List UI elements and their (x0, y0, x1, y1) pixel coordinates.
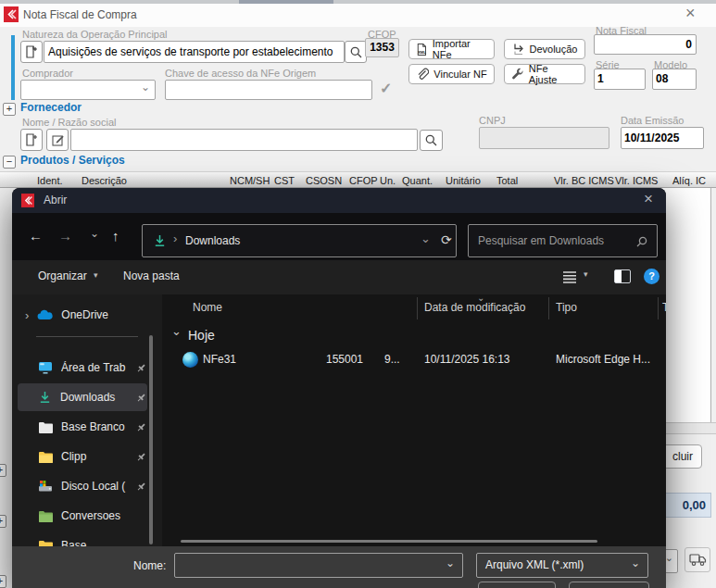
sidebar-item-label: Base Branco (61, 420, 127, 433)
produtos-section-title[interactable]: Produtos / Serviços (20, 154, 125, 167)
col-cst[interactable]: CST (274, 175, 295, 186)
desktop-icon (38, 361, 53, 374)
filetype-value: Arquivo XML (*.xml) (485, 558, 584, 571)
amount-field-partial: 0,00 (661, 493, 711, 518)
fornecedor-expander[interactable]: + (3, 103, 16, 116)
col-vlr-bc-icms[interactable]: Vlr. BC ICMS (554, 175, 614, 186)
column-separator[interactable] (548, 297, 549, 319)
filetype-select[interactable]: Arquivo XML (*.xml) ⌄ (476, 553, 648, 578)
col-ident[interactable]: Ident. (37, 175, 63, 186)
back-button[interactable]: ← (29, 229, 43, 243)
file-name: NFe31 (203, 353, 236, 366)
chevron-down-icon[interactable]: ⌄ (631, 557, 640, 569)
file-row[interactable]: NFe31 155001 9... 10/11/2025 16:13 Micro… (162, 348, 666, 372)
new-natureza-button[interactable] (20, 41, 43, 63)
fornecedor-section-title[interactable]: Fornecedor (20, 101, 82, 114)
view-dropdown-icon[interactable]: ▾ (584, 269, 588, 279)
col-total[interactable]: Total (496, 175, 518, 186)
open-button-partial[interactable] (478, 582, 556, 588)
xml-document-icon: XML (416, 43, 428, 56)
natureza-search-button[interactable] (345, 41, 367, 63)
recent-locations-chevron[interactable]: ⌄ (90, 227, 99, 240)
freight-button[interactable] (685, 547, 710, 572)
column-tipo[interactable]: Tipo (556, 301, 577, 314)
col-unitario[interactable]: Unitário (446, 175, 481, 186)
data-emissao-field[interactable]: 10/11/2025 (621, 127, 704, 149)
importar-nfe-button[interactable]: XML Importar NFe (408, 39, 495, 59)
return-arrow-icon (512, 43, 525, 56)
minus-icon: − (6, 156, 12, 167)
col-csosn[interactable]: CSOSN (306, 175, 342, 186)
organizar-menu[interactable]: Organizar (38, 269, 87, 282)
validate-check-icon[interactable]: ✓ (380, 80, 392, 97)
column-separator[interactable] (417, 297, 418, 319)
column-separator[interactable] (658, 297, 659, 319)
col-ncmsh[interactable]: NCM/SH (230, 175, 270, 186)
group-collapse-icon[interactable]: ⌄ (171, 324, 182, 338)
search-box[interactable]: Pesquisar em Downloads (468, 224, 658, 257)
data-emissao-value: 10/11/2025 (624, 131, 679, 144)
new-fornecedor-button[interactable] (20, 129, 43, 151)
address-dropdown-chevron[interactable]: ⌄ (421, 231, 431, 245)
vincular-nf-button[interactable]: Vincular NF (408, 64, 495, 84)
pin-icon (135, 362, 147, 374)
natureza-field[interactable]: Aquisições de serviços de transporte por… (44, 41, 345, 63)
up-button[interactable]: ↑ (112, 229, 119, 243)
nova-pasta-button[interactable]: Nova pasta (123, 269, 180, 282)
forward-button[interactable]: → (58, 229, 72, 243)
left-expander-partial-3[interactable]: + (0, 575, 6, 588)
sidebar-item-base-branco[interactable]: Base Branco (18, 413, 147, 441)
sidebar-item-label: Conversoes (61, 509, 147, 522)
serie-field[interactable]: 1 (594, 69, 646, 90)
left-expander-partial-2[interactable]: + (0, 515, 6, 528)
dialog-close-icon[interactable]: × (644, 190, 653, 208)
sidebar-item-desktop[interactable]: Área de Trab (18, 354, 147, 382)
horizontal-scrollbar[interactable] (181, 540, 597, 543)
address-bar[interactable]: › Downloads ⌄ ⟳ (142, 224, 457, 257)
sidebar-item-downloads[interactable]: Downloads (18, 383, 147, 411)
sidebar-item-disco-local[interactable]: Disco Local ( (18, 472, 147, 500)
chevron-down-icon[interactable]: ⌄ (446, 557, 455, 569)
refresh-icon[interactable]: ⟳ (441, 232, 452, 247)
modelo-field[interactable]: 08 (652, 69, 697, 90)
col-descricao[interactable]: Descrição (82, 175, 127, 186)
preview-pane-icon[interactable] (614, 269, 631, 283)
column-data-modificacao[interactable]: Data de modificação (424, 301, 525, 314)
column-tamanho-partial[interactable]: T (662, 301, 666, 314)
cfop-value: 1353 (370, 41, 395, 54)
col-quant[interactable]: Quant. (402, 175, 433, 186)
group-label[interactable]: Hoje (188, 328, 215, 343)
sidebar-item-clipp[interactable]: Clipp (18, 443, 147, 470)
help-button[interactable]: ? (644, 269, 659, 284)
left-expander-partial-1[interactable]: + (0, 464, 6, 477)
nfe-ajuste-button[interactable]: NFe Ajuste (504, 64, 585, 84)
col-cfop[interactable]: CFOP (349, 175, 378, 186)
dialog-titlebar[interactable]: Abrir × (12, 188, 666, 213)
cancel-button-partial[interactable] (569, 582, 649, 588)
paperclip-icon (416, 68, 429, 81)
nome-razao-field[interactable] (70, 129, 418, 151)
sidebar-item-conversoes[interactable]: Conversoes (18, 502, 147, 530)
nota-fiscal-field[interactable]: 0 (594, 34, 697, 55)
col-aliq-icms[interactable]: Alíq. IC (672, 175, 706, 186)
col-un[interactable]: Un. (380, 175, 396, 186)
comprador-select[interactable]: ⌄ (20, 80, 156, 100)
fornecedor-search-button[interactable] (420, 130, 443, 151)
devolucao-button[interactable]: Devolução (504, 39, 585, 59)
view-details-icon[interactable] (562, 270, 577, 283)
filename-label: Nome: (133, 559, 166, 572)
column-nome[interactable]: Nome (193, 301, 222, 314)
importar-nfe-label: Importar NFe (433, 38, 487, 60)
sidebar-scrollbar[interactable] (149, 335, 153, 544)
breadcrumb-folder[interactable]: Downloads (185, 234, 240, 247)
file-extra-2: 9... (384, 353, 400, 366)
sidebar-item-onedrive[interactable]: › OneDrive (18, 301, 147, 329)
expand-chevron-icon[interactable]: › (25, 308, 29, 322)
edit-fornecedor-button[interactable] (46, 129, 69, 151)
filename-input[interactable]: ⌄ (174, 553, 463, 578)
col-vlr-icms[interactable]: Vlr. ICMS (615, 175, 658, 186)
produtos-expander[interactable]: − (3, 156, 16, 169)
pin-icon (135, 421, 147, 433)
chave-acesso-field[interactable] (165, 80, 372, 100)
main-close-icon[interactable]: × (685, 4, 696, 23)
